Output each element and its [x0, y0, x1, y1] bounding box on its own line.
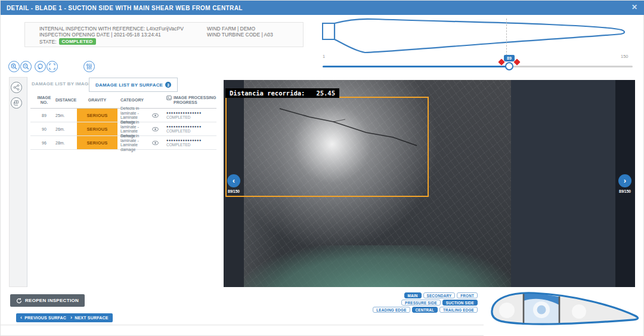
cell-distance: 28m.	[55, 136, 79, 149]
progress-dots: ●●●●●●●●●●●●●●●	[166, 138, 232, 142]
filter-button[interactable]	[83, 61, 95, 72]
gravity-badge: SERIOUS	[77, 122, 117, 135]
tab-label: DAMAGE LIST BY SURFACE	[95, 82, 163, 88]
slider-thumb[interactable]	[505, 62, 513, 70]
zoom-in-icon	[11, 63, 17, 70]
cell-category: Defects in laminate - Laminate damage	[120, 136, 149, 149]
surface-button-main[interactable]: MAIN	[404, 292, 422, 298]
modal-titlebar: DETAIL - BLADE 1 - SUCTION SIDE WITH MAI…	[1, 1, 644, 15]
header-category: CATEGORY	[120, 92, 149, 108]
damage-marker-icon[interactable]	[513, 58, 520, 65]
airfoil-cross-section	[484, 288, 643, 336]
view-damage-button[interactable]	[150, 122, 160, 135]
image-icon	[166, 95, 172, 100]
surface-button-suction-side[interactable]: SUCTION SIDE	[442, 300, 478, 306]
wind-turbine-code: WIND TURBINE CODE | A03	[207, 32, 273, 38]
reset-view-icon	[37, 63, 44, 70]
cell-marker[interactable]	[499, 303, 515, 318]
refresh-icon	[16, 298, 22, 304]
distance-overlay: Distancia recorrida: 25.45	[225, 88, 339, 98]
reset-view-button[interactable]	[35, 61, 46, 72]
eye-icon	[152, 141, 159, 145]
blade-position-panel: 1 150 89	[320, 17, 636, 73]
image-counter: 89/150	[616, 189, 634, 193]
tab-count-badge: 3	[165, 82, 171, 88]
view-damage-button[interactable]	[150, 136, 160, 149]
reopen-inspection-button[interactable]: REOPEN INSPECTION	[10, 294, 85, 307]
tab-label: DAMAGE LIST BY IMAGE	[32, 81, 92, 87]
next-image-button[interactable]: ›	[618, 174, 631, 187]
surface-button-trailing-edge[interactable]: TRAILING EDGE	[439, 307, 478, 313]
distance-value: 25.45	[316, 90, 335, 97]
cell-image-no: 89	[35, 109, 53, 122]
status-badge: COMPLETED	[59, 38, 96, 45]
inspection-opening-date: INSPECTION OPENING DATE | 2021-05-18 13:…	[39, 32, 184, 38]
cell-image-no: 90	[35, 122, 53, 135]
previous-surface-button[interactable]: ‹ PREVIOUS SURFACE	[16, 313, 73, 322]
table-row[interactable]: 96 28m. SERIOUS Defects in laminate - La…	[30, 136, 216, 150]
slider-max-label: 150	[621, 54, 628, 59]
image-position-slider[interactable]: 89	[323, 66, 633, 67]
selected-cell-marker[interactable]	[537, 306, 546, 315]
chevron-left-icon: ‹	[20, 315, 22, 320]
state-label: STATE:	[39, 39, 57, 45]
filter-sliders-icon	[86, 63, 92, 70]
zoom-out-icon	[23, 63, 29, 70]
header-distance: DISTANCE	[55, 92, 79, 108]
damage-table: IMAGENO. DISTANCE GRAVITY CATEGORY IMAGE…	[30, 92, 216, 150]
surface-picker: MAIN SECONDARY FRONT PRESSURE SIDE SUCTI…	[358, 292, 478, 313]
progress-status: COMPLETED	[166, 129, 232, 133]
progress-status: COMPLETED	[166, 143, 232, 147]
chevron-right-icon: ›	[624, 177, 626, 184]
zoom-out-button[interactable]	[20, 61, 32, 72]
damage-bounding-box	[225, 97, 429, 197]
rail-divider	[27, 77, 27, 287]
cell-distance: 25m.	[55, 109, 79, 122]
inspection-info-panel: INTERNAL INSPECTION WITH REFERENCE: L4Ix…	[24, 22, 304, 47]
cell-image-no: 96	[35, 136, 53, 149]
progress-status: COMPLETED	[166, 115, 232, 119]
page-title: DETAIL - BLADE 1 - SUCTION SIDE WITH MAI…	[1, 5, 243, 11]
view-damage-button[interactable]	[150, 109, 160, 122]
header-gravity: GRAVITY	[77, 92, 117, 108]
fullscreen-icon	[49, 63, 55, 70]
slider-fill	[323, 66, 506, 67]
fullscreen-button[interactable]	[47, 61, 58, 72]
chevron-left-icon: ‹	[233, 177, 235, 184]
cell-distance: 26m.	[55, 122, 79, 135]
surface-button-pressure-side[interactable]: PRESSURE SIDE	[401, 300, 441, 306]
previous-image-button[interactable]: ‹	[227, 174, 240, 187]
close-icon[interactable]: ✕	[631, 3, 637, 11]
image-counter: 89/150	[225, 189, 243, 193]
tab-damage-list-by-surface[interactable]: DAMAGE LIST BY SURFACE 3	[89, 78, 178, 92]
viewer-empty-panel	[511, 80, 615, 287]
share-button[interactable]	[11, 82, 22, 93]
eye-icon	[152, 113, 159, 118]
detail-modal: DETAIL - BLADE 1 - SUCTION SIDE WITH MAI…	[0, 0, 644, 336]
next-surface-button[interactable]: › NEXT SURFACE	[66, 313, 113, 322]
progress-dots: ●●●●●●●●●●●●●●●	[166, 111, 232, 115]
viewer-side-rail	[9, 77, 27, 287]
blade-outline-diagram	[320, 17, 636, 57]
slider-value-tooltip: 89	[504, 55, 515, 61]
surface-button-leading-edge[interactable]: LEADING EDGE	[373, 307, 410, 313]
surface-button-front[interactable]: FRONT	[457, 292, 478, 298]
slider-min-label: 1	[323, 54, 325, 59]
cell-marker[interactable]	[572, 304, 586, 319]
layers-icon	[13, 100, 20, 106]
inspection-image-viewer: Distancia recorrida: 25.45 ‹ 89/150 › 89…	[224, 80, 635, 287]
gravity-badge: SERIOUS	[77, 109, 117, 122]
surface-button-secondary[interactable]: SECONDARY	[423, 292, 456, 298]
progress-dots: ●●●●●●●●●●●●●●●	[166, 125, 232, 128]
layers-button[interactable]	[11, 97, 22, 109]
chevron-right-icon: ›	[70, 315, 72, 320]
surface-button-central[interactable]: CENTRAL	[412, 307, 438, 313]
share-icon	[13, 84, 20, 91]
eye-icon	[152, 127, 159, 131]
airfoil-diagram	[484, 288, 643, 336]
zoom-in-button[interactable]	[8, 61, 20, 72]
gravity-badge: SERIOUS	[77, 136, 117, 149]
